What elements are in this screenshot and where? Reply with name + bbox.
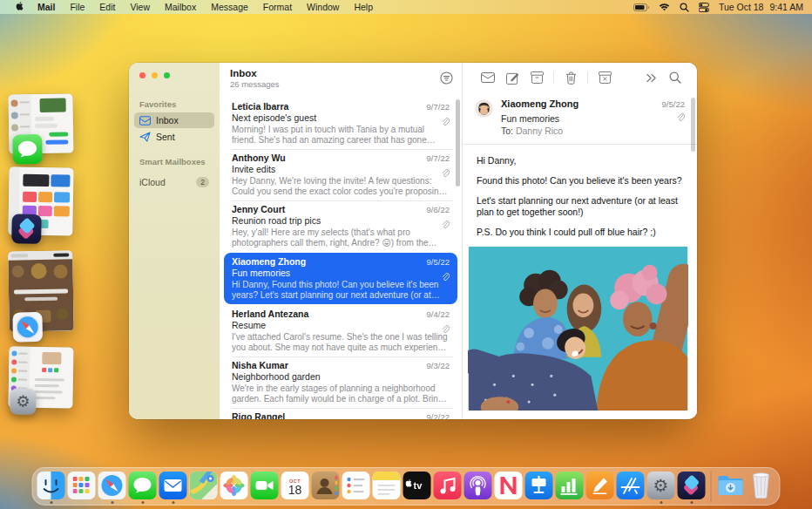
delete-button[interactable] (559, 68, 582, 87)
search-icon[interactable] (680, 3, 689, 12)
message-preview: Hey, y'all! Here are my selects (that's … (232, 227, 450, 248)
safari-icon (98, 472, 126, 499)
dock-item-trash[interactable] (748, 472, 775, 504)
junk-button[interactable] (593, 68, 616, 87)
dock-item-shortcuts[interactable] (678, 472, 706, 504)
wifi-icon[interactable] (659, 3, 670, 11)
toolbar-separator (587, 71, 588, 84)
list-scrollbar[interactable] (456, 99, 460, 187)
dock-item-calendar[interactable]: OCT 18 (281, 472, 309, 504)
menu-item[interactable]: View (130, 2, 150, 12)
dock-item-maps[interactable] (190, 472, 218, 504)
message-sender: Nisha Kumar (232, 360, 288, 371)
menu-item[interactable]: Help (354, 2, 373, 12)
menu-item[interactable]: Format (263, 2, 292, 12)
message-paragraph: Found this photo! Can you believe it's b… (477, 175, 683, 187)
dock-item-news[interactable] (495, 472, 523, 504)
trash-icon (565, 71, 577, 85)
dock-item-app-store[interactable] (617, 472, 645, 504)
sidebar-item-label: Inbox (156, 115, 179, 126)
dock-item-downloads[interactable] (717, 472, 745, 504)
menu-item[interactable]: Edit (99, 2, 115, 12)
sidebar-item-sent[interactable]: Sent (134, 129, 214, 145)
dock-item-numbers[interactable] (556, 472, 584, 504)
message-preview: We're in the early stages of planning a … (232, 383, 450, 404)
keynote-icon (525, 472, 553, 499)
notes-icon (373, 472, 401, 499)
menu-item[interactable]: Mail (37, 2, 55, 12)
dock-item-notes[interactable] (373, 472, 401, 504)
recipient-name[interactable]: Danny Rico (516, 126, 563, 136)
menu-clock[interactable]: Tue Oct 18 9:41 AM (719, 2, 803, 12)
trash-can-icon (751, 472, 772, 499)
menu-item[interactable]: Window (307, 2, 339, 12)
message-paragraph: Hi Danny, (477, 155, 683, 166)
mailbox-title: Inbox (230, 68, 280, 78)
reading-scrollbar[interactable] (691, 98, 695, 152)
filter-button[interactable] (440, 71, 453, 92)
archive-button[interactable] (525, 68, 548, 87)
dock-item-pages[interactable] (586, 472, 614, 504)
toolbar-separator (553, 71, 554, 84)
dock-item-keynote[interactable] (525, 472, 553, 504)
more-toolbar-button[interactable] (639, 68, 662, 87)
close-window-button[interactable] (139, 72, 145, 78)
battery-icon[interactable] (633, 3, 649, 11)
dock-item-music[interactable] (434, 472, 462, 504)
menu-item[interactable]: File (70, 2, 85, 12)
minimize-window-button[interactable] (152, 72, 158, 78)
message-list-item[interactable]: Anthony Wu 9/7/22 Invite edits Hey Danny… (220, 149, 462, 200)
compose-button[interactable] (501, 68, 524, 87)
dock-item-reminders[interactable] (342, 472, 370, 504)
stage-thumbnail-messages[interactable] (8, 93, 73, 153)
zoom-window-button[interactable] (164, 72, 170, 78)
message-sender: Herland Antezana (232, 309, 308, 320)
sidebar-smart-mailboxes-label: Smart Mailboxes (129, 152, 220, 169)
icloud-count-badge: 2 (196, 177, 209, 187)
dock-item-contacts[interactable] (312, 472, 340, 504)
message-sender: Rigo Rangel (232, 411, 285, 419)
message-list-item[interactable]: Rigo Rangel 9/2/22 Park Photos Hi Danny,… (220, 408, 462, 419)
sidebar-item-label: Sent (156, 132, 175, 142)
stage-thumbnail-safari[interactable] (8, 250, 74, 331)
dock-item-launchpad[interactable] (68, 472, 96, 504)
sender-avatar[interactable] (475, 99, 493, 118)
apple-menu-icon[interactable] (16, 2, 25, 12)
message-date: 9/2/22 (427, 412, 450, 419)
dock-item-apple-tv[interactable]: tv (403, 472, 431, 504)
filter-icon (440, 71, 453, 85)
dock-item-facetime[interactable] (251, 472, 279, 504)
inbox-envelope-icon (139, 116, 151, 126)
to-label: To: (501, 126, 513, 136)
sidebar-item-icloud[interactable]: iCloud 2 (134, 174, 214, 190)
control-center-icon[interactable] (699, 3, 709, 12)
dock-item-finder[interactable] (37, 472, 65, 504)
dock-item-mail[interactable] (159, 472, 187, 504)
menu-item[interactable]: Mailbox (165, 2, 196, 12)
menu-bar: MailFileEditViewMailboxMessageFormatWind… (0, 0, 812, 14)
dock-item-safari[interactable] (98, 472, 126, 504)
sidebar-item-inbox[interactable]: Inbox (134, 112, 214, 128)
search-button[interactable] (664, 68, 687, 87)
message-preview: Hey Danny, We're loving the invite! A fe… (232, 176, 450, 196)
dock-item-podcasts[interactable] (464, 472, 492, 504)
message-list-item[interactable]: Xiaomeng Zhong 9/5/22 Fun memories Hi Da… (224, 253, 457, 304)
message-list-item[interactable]: Jenny Court 9/6/22 Reunion road trip pic… (220, 200, 462, 252)
message-sender: Xiaomeng Zhong (232, 256, 306, 268)
mark-unread-button[interactable] (477, 68, 499, 87)
attachment-photo[interactable] (468, 247, 688, 411)
message-list-item[interactable]: Nisha Kumar 9/3/22 Neighborhood garden W… (220, 356, 462, 408)
stage-thumbnail-shortcuts[interactable] (8, 166, 73, 235)
menu-time: 9:41 AM (769, 2, 803, 12)
menu-item[interactable]: Message (211, 2, 248, 12)
attachment-paperclip-icon (442, 166, 450, 174)
stage-thumbnail-settings[interactable]: ⚙ (8, 346, 73, 408)
dock-item-messages[interactable] (129, 472, 157, 504)
unread-envelope-icon (481, 72, 495, 83)
message-list-item[interactable]: Herland Antezana 9/4/22 Resume I've atta… (220, 305, 462, 356)
contacts-icon (312, 472, 340, 499)
dock-item-system-settings[interactable]: ⚙ (647, 472, 675, 504)
photos-icon (221, 472, 247, 499)
message-list-item[interactable]: Leticia Ibarra 9/7/22 Next episode's gue… (220, 98, 462, 149)
dock-item-photos[interactable] (220, 472, 248, 504)
